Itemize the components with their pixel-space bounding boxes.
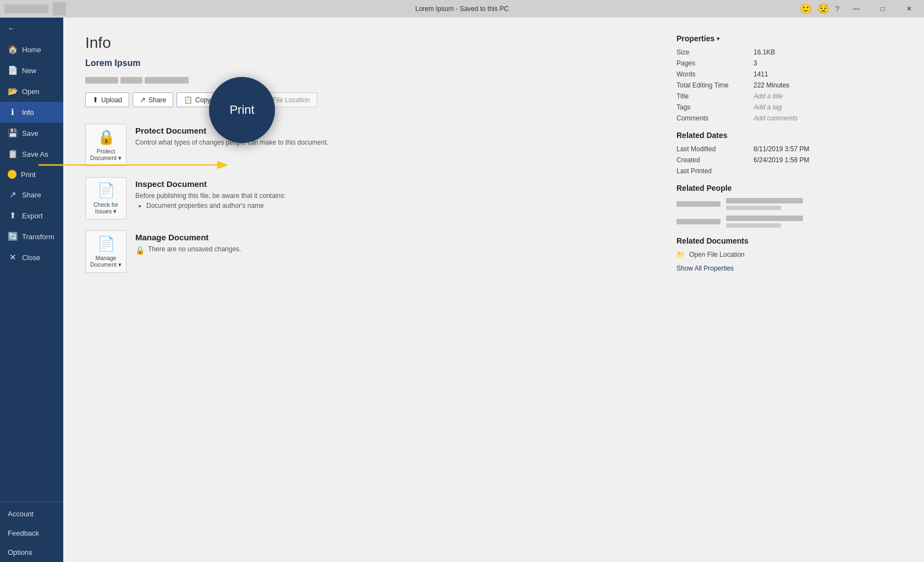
open-file-location-link[interactable]: 📁 Open File Location	[676, 251, 908, 258]
page-title: Info	[85, 34, 638, 52]
prop-title-label: Title	[676, 92, 754, 100]
docs-divider: Related Documents	[676, 236, 908, 245]
print-tooltip[interactable]: Print	[209, 77, 275, 143]
inspect-icon: 📄	[97, 182, 115, 199]
properties-dropdown-icon[interactable]: ▾	[717, 35, 720, 42]
titlebar-placeholder	[4, 4, 48, 13]
prop-editing-time: Total Editing Time 222 Minutes	[676, 81, 908, 89]
prop-tags-value[interactable]: Add a tag	[754, 103, 782, 111]
sidebar-item-print[interactable]: Print	[0, 164, 63, 184]
bc-item-3	[145, 77, 189, 84]
prop-pages-value: 3	[754, 59, 757, 67]
sidebar-item-close-label: Close	[22, 254, 40, 262]
related-docs-title: Related Documents	[676, 236, 908, 245]
prop-last-modified-label: Last Modified	[676, 145, 754, 153]
prop-words-label: Words	[676, 70, 754, 78]
sidebar-item-open[interactable]: 📂 Open	[0, 81, 63, 102]
upload-icon: ⬆	[92, 96, 98, 104]
prop-comments-label: Comments	[676, 114, 754, 122]
properties-title: Properties ▾	[676, 34, 908, 43]
sidebar-item-export-label: Export	[22, 212, 43, 220]
prop-words: Words 1411	[676, 70, 908, 78]
toolbar: ⬆ Upload ↗ Share 📋 Copy path 📁 Open File…	[85, 92, 638, 107]
prop-last-printed-label: Last Printed	[676, 167, 754, 175]
maximize-button[interactable]: □	[870, 0, 895, 18]
emoji-frown-icon[interactable]: 😟	[817, 3, 829, 15]
sidebar-item-new[interactable]: 📄 New	[0, 60, 63, 81]
prop-created: Created 6/24/2019 1:58 PM	[676, 156, 908, 164]
inspect-list-item-1: Document properties and author's name	[146, 202, 638, 210]
titlebar-controls: 🙂 😟 ? — □ ✕	[800, 0, 924, 18]
close-button[interactable]: ✕	[897, 0, 922, 18]
manage-document-title: Manage Document	[135, 233, 638, 242]
inspect-document-section: 📄 Check forIssues ▾ Inspect Document Bef…	[85, 177, 638, 219]
breadcrumb	[85, 77, 638, 84]
related-person-2	[676, 216, 908, 228]
rp-label-1	[676, 201, 721, 207]
lock-icon: 🔒	[97, 129, 115, 146]
prop-created-label: Created	[676, 156, 754, 164]
related-people-title: Related People	[676, 184, 908, 192]
prop-words-value: 1411	[754, 70, 768, 78]
upload-label: Upload	[101, 96, 122, 104]
prop-last-modified: Last Modified 8/11/2019 3:57 PM	[676, 145, 908, 153]
protect-document-content: Protect Document Control what types of c…	[135, 124, 638, 148]
print-dot-indicator	[8, 170, 16, 179]
info-icon: ℹ	[8, 107, 18, 117]
emoji-smile-icon[interactable]: 🙂	[800, 3, 812, 15]
sidebar-item-info[interactable]: ℹ Info	[0, 102, 63, 123]
titlebar-left	[0, 2, 66, 15]
check-issues-button[interactable]: 📄 Check forIssues ▾	[85, 177, 127, 219]
protect-document-button[interactable]: 🔒 ProtectDocument ▾	[85, 124, 127, 166]
share-btn-icon: ↗	[140, 96, 146, 104]
manage-document-desc: There are no unsaved changes.	[148, 245, 241, 253]
home-icon: 🏠	[8, 45, 18, 54]
sidebar-item-options[interactable]: Options	[0, 543, 63, 562]
open-icon: 📂	[8, 86, 18, 96]
sidebar-back-button[interactable]: ←	[0, 18, 63, 39]
bc-item-1	[85, 77, 118, 84]
sidebar-item-save[interactable]: 💾 Save	[0, 123, 63, 144]
save-icon: 💾	[8, 128, 18, 138]
main-content: Info Lorem Ipsum ⬆ Upload ↗ Share 📋 Copy…	[63, 18, 660, 562]
sidebar-item-share[interactable]: ↗ Share	[0, 184, 63, 205]
show-all-properties-link[interactable]: Show All Properties	[676, 265, 734, 272]
sidebar-item-transform[interactable]: 🔄 Transform	[0, 226, 63, 247]
prop-size: Size 16.1KB	[676, 48, 908, 56]
inspect-document-desc: Before publishing this file, be aware th…	[135, 192, 638, 200]
close-doc-icon: ✕	[8, 252, 18, 262]
minimize-button[interactable]: —	[844, 0, 869, 18]
bc-item-2	[120, 77, 142, 84]
upload-button[interactable]: ⬆ Upload	[85, 92, 129, 107]
sidebar-item-feedback-label: Feedback	[8, 529, 39, 537]
help-icon[interactable]: ?	[835, 4, 839, 13]
rp-sub-2	[726, 223, 781, 228]
sidebar-item-account-label: Account	[8, 510, 34, 518]
sidebar-item-new-label: New	[22, 67, 36, 75]
prop-title-value[interactable]: Add a title	[754, 92, 783, 100]
share-button[interactable]: ↗ Share	[133, 92, 173, 107]
manage-document-section: 📄 ManageDocument ▾ Manage Document 🔒 The…	[85, 230, 638, 273]
sidebar-item-account[interactable]: Account	[0, 504, 63, 524]
sidebar-item-close[interactable]: ✕ Close	[0, 247, 63, 268]
prop-comments: Comments Add comments	[676, 114, 908, 122]
prop-size-value: 16.1KB	[754, 48, 775, 56]
sidebar-item-save-as[interactable]: 📋 Save As	[0, 144, 63, 164]
save-as-icon: 📋	[8, 149, 18, 159]
prop-tags: Tags Add a tag	[676, 103, 908, 111]
protect-document-desc: Control what types of changes people can…	[135, 139, 638, 146]
manage-document-button[interactable]: 📄 ManageDocument ▾	[85, 230, 127, 273]
protect-document-section: 🔒 ProtectDocument ▾ Protect Document Con…	[85, 124, 638, 166]
sidebar-item-export[interactable]: ⬆ Export	[0, 205, 63, 226]
prop-title: Title Add a title	[676, 92, 908, 100]
sidebar-item-save-label: Save	[22, 129, 38, 137]
inspect-document-list: Document properties and author's name	[146, 202, 638, 210]
titlebar-placeholder2	[53, 2, 66, 15]
prop-created-value: 6/24/2019 1:58 PM	[754, 156, 809, 164]
prop-comments-value[interactable]: Add comments	[754, 114, 798, 122]
sidebar-item-home[interactable]: 🏠 Home	[0, 39, 63, 60]
rp-label-2	[676, 219, 721, 224]
sidebar-item-open-label: Open	[22, 87, 40, 96]
prop-tags-label: Tags	[676, 103, 754, 111]
sidebar-item-feedback[interactable]: Feedback	[0, 524, 63, 543]
